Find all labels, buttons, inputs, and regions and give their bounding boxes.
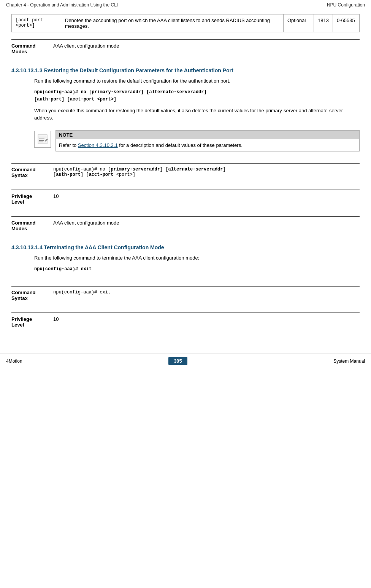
footer-left: 4Motion xyxy=(6,359,22,364)
note-body: Refer to Section 4.3.10.2.1 for a descri… xyxy=(56,139,359,151)
body-para-2: When you execute this command for restor… xyxy=(34,107,360,122)
param-default-cell: 1813 xyxy=(314,14,333,32)
section-num-2: 4.3.10.13.1.4 xyxy=(11,244,43,250)
privilege-level-label-1: PrivilegeLevel xyxy=(11,193,53,205)
note-header: NOTE xyxy=(56,131,359,139)
param-optional-cell: Optional xyxy=(284,14,314,32)
page-footer: 4Motion 305 System Manual xyxy=(0,354,371,368)
command-syntax-section-1: CommandSyntax npu(config-aaa)# no [prima… xyxy=(11,163,360,178)
privilege-level-label-2: PrivilegeLevel xyxy=(11,316,53,328)
command-syntax-section-2: CommandSyntax npu(config-aaa)# exit xyxy=(11,286,360,301)
param-range-cell: 0-65535 xyxy=(333,14,360,32)
section-title-text-1: Restoring the Default Configuration Para… xyxy=(44,67,233,73)
svg-rect-2 xyxy=(39,139,44,139)
note-body-prefix: Refer to xyxy=(59,142,78,148)
command-syntax-value-2: npu(config-aaa)# exit xyxy=(53,289,111,301)
svg-rect-4 xyxy=(39,142,43,142)
command-syntax-value-1: npu(config-aaa)# no [primary-serveraddr]… xyxy=(53,166,226,178)
command-modes-label-1: CommandModes xyxy=(11,42,53,54)
note-box: NOTE Refer to Section 4.3.10.2.1 for a d… xyxy=(55,130,360,152)
privilege-level-value-1: 10 xyxy=(53,193,59,205)
param-name-cell: [acct-port <port>] xyxy=(12,14,61,32)
command-syntax-label-1: CommandSyntax xyxy=(11,166,53,178)
note-container: NOTE Refer to Section 4.3.10.2.1 for a d… xyxy=(34,130,360,152)
section-heading-2: 4.3.10.13.1.4 Terminating the AAA Client… xyxy=(11,244,360,250)
note-pencil-icon xyxy=(37,134,48,145)
body-para-1: Run the following command to restore the… xyxy=(34,77,360,85)
header-left: Chapter 4 - Operation and Administration… xyxy=(6,2,118,8)
privilege-level-section-2: PrivilegeLevel 10 xyxy=(11,312,360,328)
section-title-text-2: Terminating the AAA Client Configuration… xyxy=(44,244,164,250)
command-modes-value-1: AAA client configuration mode xyxy=(53,42,119,54)
note-icon xyxy=(34,131,51,148)
parameter-table: [acct-port <port>] Denotes the accountin… xyxy=(11,14,360,32)
header-right: NPU Configuration xyxy=(327,2,365,8)
privilege-level-section-1: PrivilegeLevel 10 xyxy=(11,190,360,205)
section-heading-1: 4.3.10.13.1.3 Restoring the Default Conf… xyxy=(11,67,360,73)
code-block-1: npu(config-aaa)# no [primary-serveraddr]… xyxy=(34,89,360,103)
note-body-suffix: for a description and default values of … xyxy=(118,142,243,148)
param-description-cell: Denotes the accounting port on which the… xyxy=(61,14,284,32)
page-number: 305 xyxy=(168,357,187,365)
command-modes-label-2: CommandModes xyxy=(11,219,53,231)
section-num-1: 4.3.10.13.1.3 xyxy=(11,67,43,73)
command-modes-section-2: CommandModes AAA client configuration mo… xyxy=(11,216,360,231)
page-header: Chapter 4 - Operation and Administration… xyxy=(0,0,371,10)
body-para-3: Run the following command to terminate t… xyxy=(34,254,360,262)
command-syntax-label-2: CommandSyntax xyxy=(11,289,53,301)
code-block-2: npu(config-aaa)# exit xyxy=(34,266,360,273)
command-modes-section-1: CommandModes AAA client configuration mo… xyxy=(11,39,360,54)
footer-right: System Manual xyxy=(333,359,365,364)
table-row: [acct-port <port>] Denotes the accountin… xyxy=(12,14,360,32)
page-content: [acct-port <port>] Denotes the accountin… xyxy=(0,10,371,342)
note-link[interactable]: Section 4.3.10.2.1 xyxy=(78,142,118,148)
privilege-level-value-2: 10 xyxy=(53,316,59,328)
command-modes-value-2: AAA client configuration mode xyxy=(53,219,119,231)
svg-rect-3 xyxy=(39,140,44,141)
